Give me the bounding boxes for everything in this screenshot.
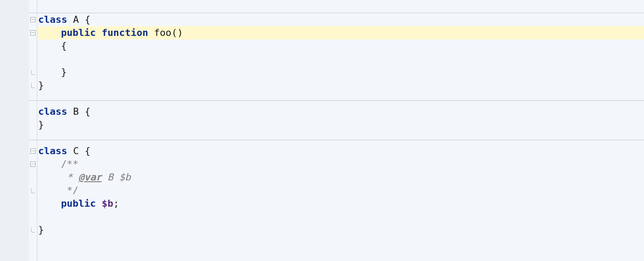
- property-b: $b: [102, 198, 114, 209]
- code-line[interactable]: }: [37, 223, 644, 236]
- keyword-function: function: [96, 27, 148, 38]
- fold-minus-icon: [30, 148, 36, 154]
- class-name-a: A {: [67, 14, 90, 25]
- function-name-foo: foo(): [148, 27, 183, 38]
- fold-minus-icon: [30, 162, 36, 167]
- fold-minus-icon: [30, 17, 36, 22]
- code-line[interactable]: class B {: [37, 105, 644, 118]
- code-line[interactable]: [37, 92, 644, 105]
- brace-close: }: [38, 80, 44, 91]
- brace-close: }: [38, 224, 44, 235]
- fold-minus-icon: [30, 30, 36, 35]
- code-line[interactable]: class A {: [37, 13, 644, 26]
- left-gutter-padding: [0, 0, 29, 261]
- keyword-public: public: [61, 27, 96, 38]
- fold-end-icon: [31, 70, 35, 75]
- doc-close: */: [61, 185, 79, 196]
- code-line[interactable]: {: [37, 39, 644, 53]
- keyword-class: class: [38, 14, 67, 25]
- code-line[interactable]: [37, 131, 644, 145]
- code-line[interactable]: public $b;: [37, 197, 644, 210]
- doc-type-b: B $b: [102, 172, 131, 183]
- fold-toggle-method-foo[interactable]: [29, 26, 37, 39]
- gutter-separator: [29, 100, 37, 101]
- fold-toggle-docblock[interactable]: [29, 158, 37, 171]
- code-line[interactable]: */: [37, 184, 644, 197]
- fold-end-icon: [31, 188, 35, 193]
- code-line[interactable]: [37, 210, 644, 223]
- fold-gutter[interactable]: [29, 0, 37, 261]
- doc-open: /**: [61, 159, 79, 169]
- fold-end-docblock[interactable]: [29, 184, 37, 197]
- gutter-separator: [29, 140, 37, 140]
- keyword-public: public: [61, 198, 102, 209]
- code-line[interactable]: class C {: [37, 145, 644, 158]
- fold-end-class-a[interactable]: [29, 79, 37, 92]
- code-line[interactable]: * @var B $b: [37, 171, 644, 184]
- brace-close: }: [38, 119, 44, 130]
- fold-end-icon: [31, 228, 35, 233]
- code-line[interactable]: }: [37, 79, 644, 92]
- fold-toggle-class-a[interactable]: [29, 13, 37, 26]
- class-name-b: B {: [67, 106, 90, 117]
- code-editor[interactable]: class A { public function foo() { } } cl…: [0, 0, 644, 261]
- doc-asterisk: *: [61, 172, 79, 183]
- fold-end-method-foo[interactable]: [29, 66, 37, 79]
- fold-toggle-class-c[interactable]: [29, 145, 37, 158]
- code-line[interactable]: }: [37, 118, 644, 131]
- doc-tag-var: @var: [79, 172, 102, 183]
- code-line-current[interactable]: public function foo(): [37, 26, 644, 39]
- code-area[interactable]: class A { public function foo() { } } cl…: [37, 0, 644, 261]
- code-line[interactable]: [37, 53, 644, 66]
- code-line[interactable]: [37, 0, 644, 13]
- fold-end-class-c[interactable]: [29, 223, 37, 236]
- semicolon: ;: [113, 198, 119, 209]
- fold-end-icon: [31, 83, 35, 88]
- keyword-class: class: [38, 145, 67, 156]
- brace-open: {: [61, 40, 67, 51]
- keyword-class: class: [38, 106, 67, 117]
- brace-close: }: [61, 67, 67, 78]
- code-line[interactable]: /**: [37, 158, 644, 171]
- class-name-c: C {: [67, 145, 90, 156]
- code-line[interactable]: }: [37, 66, 644, 79]
